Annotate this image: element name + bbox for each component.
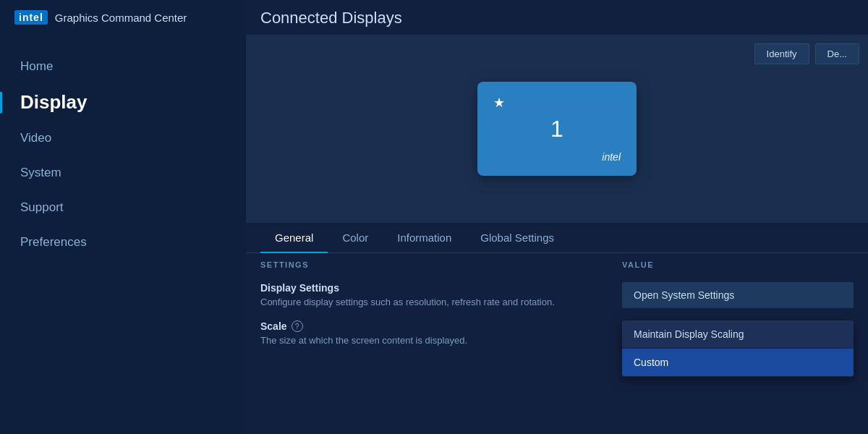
tab-color[interactable]: Color bbox=[328, 223, 383, 252]
scale-label: Scale bbox=[260, 320, 287, 332]
sidebar-item-preferences[interactable]: Preferences bbox=[0, 225, 246, 260]
scale-label-row: Scale ? bbox=[260, 320, 622, 332]
scale-option-custom[interactable]: Custom bbox=[622, 349, 854, 377]
scale-desc: The size at which the screen content is … bbox=[260, 334, 622, 347]
detect-button[interactable]: De... bbox=[815, 43, 859, 64]
tabs-bar: General Color Information Global Setting… bbox=[246, 223, 868, 253]
sidebar-nav: Home Display Video System Support Prefer… bbox=[0, 35, 246, 274]
tab-global-settings[interactable]: Global Settings bbox=[466, 223, 569, 252]
sidebar-item-support[interactable]: Support bbox=[0, 190, 246, 225]
sidebar-item-home[interactable]: Home bbox=[0, 49, 246, 84]
display-preview-area: Identify De... ★ 1 intel bbox=[246, 35, 868, 223]
monitor-number: 1 bbox=[550, 116, 563, 142]
identify-button[interactable]: Identify bbox=[754, 43, 809, 64]
sidebar-item-video[interactable]: Video bbox=[0, 121, 246, 156]
scale-row: Scale ? The size at which the screen con… bbox=[246, 315, 868, 383]
settings-area: SETTINGS VALUE Display Settings Configur… bbox=[246, 253, 868, 434]
page-title: Connected Displays bbox=[246, 0, 868, 35]
monitor-brand: intel bbox=[602, 151, 621, 163]
display-settings-label: Display Settings bbox=[260, 282, 622, 294]
sidebar-header: intel Graphics Command Center bbox=[0, 0, 246, 35]
intel-logo-text: intel bbox=[14, 10, 48, 25]
display-actions: Identify De... bbox=[754, 43, 859, 64]
scale-value-area: Maintain Display Scaling Custom bbox=[622, 320, 854, 377]
display-settings-desc: Configure display settings such as resol… bbox=[260, 296, 622, 309]
sidebar-item-display[interactable]: Display bbox=[0, 84, 246, 121]
monitor-inner: ★ 1 intel bbox=[488, 89, 626, 169]
scale-dropdown: Maintain Display Scaling Custom bbox=[622, 320, 854, 377]
sidebar-item-system[interactable]: System bbox=[0, 156, 246, 190]
scale-label-area: Scale ? The size at which the screen con… bbox=[260, 320, 622, 347]
tab-information[interactable]: Information bbox=[383, 223, 466, 252]
main-content: Connected Displays Identify De... ★ 1 in… bbox=[246, 0, 868, 434]
settings-header: SETTINGS VALUE bbox=[246, 253, 868, 276]
settings-col-header: SETTINGS bbox=[260, 260, 622, 269]
open-system-settings-button[interactable]: Open System Settings bbox=[622, 282, 854, 308]
scale-help-icon[interactable]: ? bbox=[292, 320, 303, 332]
monitor-display[interactable]: ★ 1 intel bbox=[477, 82, 637, 176]
intel-logo: intel Graphics Command Center bbox=[14, 10, 187, 25]
value-col-header: VALUE bbox=[622, 260, 854, 269]
app-title: Graphics Command Center bbox=[55, 12, 187, 24]
display-settings-label-area: Display Settings Configure display setti… bbox=[260, 282, 622, 309]
tab-general[interactable]: General bbox=[260, 223, 328, 252]
display-settings-value: Open System Settings bbox=[622, 282, 854, 308]
monitor-star-icon: ★ bbox=[493, 95, 505, 111]
sidebar: intel Graphics Command Center Home Displ… bbox=[0, 0, 246, 434]
scale-option-maintain[interactable]: Maintain Display Scaling bbox=[622, 320, 854, 349]
display-settings-row: Display Settings Configure display setti… bbox=[246, 276, 868, 315]
